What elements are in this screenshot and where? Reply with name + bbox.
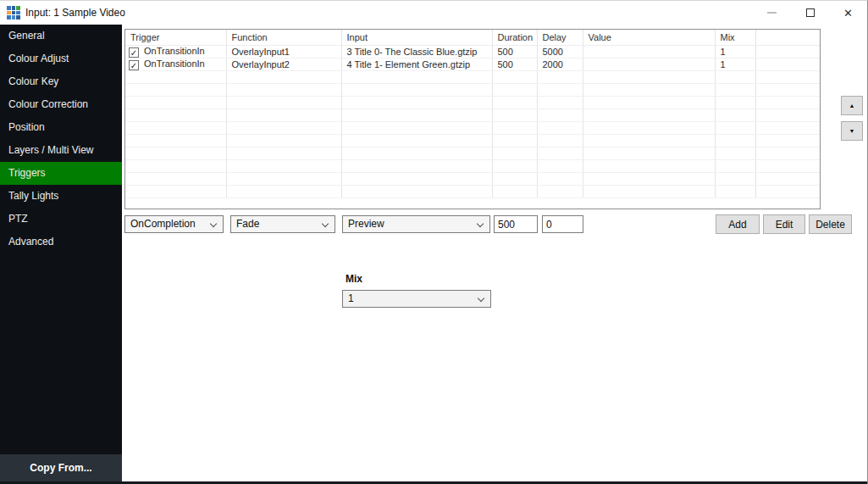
delete-button[interactable]: Delete xyxy=(809,214,852,234)
minimize-icon xyxy=(767,12,777,14)
move-up-button[interactable] xyxy=(841,96,863,115)
sidebar-item-advanced[interactable]: Advanced xyxy=(0,231,122,253)
column-header-value: Value xyxy=(583,30,715,45)
vmix-logo-icon xyxy=(7,6,20,19)
sidebar-item-colour-adjust[interactable]: Colour Adjust xyxy=(0,47,122,70)
cell-input: 3 Title 0- The Classic Blue.gtzip xyxy=(341,45,492,58)
cell-mix: 1 xyxy=(715,45,755,58)
table-row-empty xyxy=(125,147,820,159)
copy-from-button[interactable]: Copy From... xyxy=(0,454,122,481)
delay-input[interactable] xyxy=(542,215,583,233)
up-arrow-icon xyxy=(849,103,855,108)
column-header-input: Input xyxy=(341,30,492,45)
chevron-down-icon xyxy=(210,220,217,227)
cell-duration: 500 xyxy=(492,45,537,58)
trigger-type-dropdown[interactable]: OnCompletion xyxy=(124,215,224,233)
checkbox-checked-icon[interactable] xyxy=(129,60,139,70)
cell-blank xyxy=(755,58,820,70)
input-settings-window: Input: 1 Sample Video General Colour Adj… xyxy=(0,0,868,484)
trigger-type-dropdown-value: OnCompletion xyxy=(130,218,196,230)
cell-delay: 5000 xyxy=(537,45,583,58)
table-row-empty xyxy=(125,172,820,185)
mix-label: Mix xyxy=(346,273,362,285)
function-dropdown[interactable]: Fade xyxy=(230,215,335,233)
cell-function: OverlayInput2 xyxy=(226,58,341,70)
column-header-trigger: Trigger xyxy=(125,30,226,45)
column-header-blank xyxy=(755,30,820,45)
table-row-empty xyxy=(125,159,820,172)
column-header-function: Function xyxy=(226,30,341,45)
table-row[interactable]: OnTransitionIn OverlayInput2 4 Title 1- … xyxy=(125,58,820,70)
cell-function: OverlayInput1 xyxy=(226,45,341,58)
cell-mix: 1 xyxy=(715,58,755,70)
add-button[interactable]: Add xyxy=(716,214,760,234)
input-dropdown[interactable]: Preview xyxy=(342,215,490,233)
column-header-mix: Mix xyxy=(715,30,755,45)
cell-delay: 2000 xyxy=(537,58,583,70)
cell-blank xyxy=(755,45,820,58)
chevron-down-icon xyxy=(477,220,484,227)
duration-input[interactable] xyxy=(494,215,538,233)
table-row-empty xyxy=(125,134,820,147)
column-header-delay: Delay xyxy=(537,30,583,45)
trigger-value: OnTransitionIn xyxy=(144,58,205,69)
edit-button[interactable]: Edit xyxy=(763,214,805,234)
table-row-empty xyxy=(125,185,820,197)
mix-dropdown[interactable]: 1 xyxy=(342,290,491,308)
sidebar-item-ptz[interactable]: PTZ xyxy=(0,208,122,231)
minimize-button[interactable] xyxy=(753,1,791,25)
maximize-button[interactable] xyxy=(791,1,829,25)
table-row[interactable]: OnTransitionIn OverlayInput1 3 Title 0- … xyxy=(125,45,820,58)
mix-dropdown-value: 1 xyxy=(348,292,354,304)
sidebar-item-general[interactable]: General xyxy=(0,25,122,47)
close-icon xyxy=(843,5,853,20)
table-row-empty xyxy=(125,83,820,96)
cell-trigger: OnTransitionIn xyxy=(125,45,226,58)
trigger-value: OnTransitionIn xyxy=(144,46,205,56)
move-down-button[interactable] xyxy=(841,121,863,141)
triggers-table-body: OnTransitionIn OverlayInput1 3 Title 0- … xyxy=(125,45,820,197)
titlebar: Input: 1 Sample Video xyxy=(0,1,867,25)
function-dropdown-value: Fade xyxy=(236,218,259,230)
cell-input: 4 Title 1- Element Green.gtzip xyxy=(341,58,492,70)
checkbox-checked-icon[interactable] xyxy=(129,47,139,58)
close-button[interactable] xyxy=(829,1,867,25)
triggers-table: Trigger Function Input Duration Delay Va… xyxy=(124,29,821,209)
sidebar-item-position[interactable]: Position xyxy=(0,116,122,139)
sidebar: General Colour Adjust Colour Key Colour … xyxy=(0,25,122,482)
cell-duration: 500 xyxy=(492,58,537,70)
table-row-empty xyxy=(125,108,820,121)
column-header-duration: Duration xyxy=(492,30,537,45)
sidebar-item-colour-correction[interactable]: Colour Correction xyxy=(0,93,122,116)
maximize-icon xyxy=(806,8,815,17)
sidebar-item-layers-multi-view[interactable]: Layers / Multi View xyxy=(0,139,122,162)
chevron-down-icon xyxy=(322,220,329,227)
cell-value xyxy=(583,45,715,58)
down-arrow-icon xyxy=(849,128,855,134)
table-row-empty xyxy=(125,70,820,83)
sidebar-item-colour-key[interactable]: Colour Key xyxy=(0,70,122,93)
cell-value xyxy=(583,58,715,70)
sidebar-item-triggers[interactable]: Triggers xyxy=(0,162,122,185)
input-dropdown-value: Preview xyxy=(348,218,384,230)
table-row-empty xyxy=(125,121,820,134)
window-title: Input: 1 Sample Video xyxy=(25,7,125,19)
table-header-row: Trigger Function Input Duration Delay Va… xyxy=(125,30,820,45)
cell-trigger: OnTransitionIn xyxy=(125,58,226,70)
table-row-empty xyxy=(125,96,820,108)
chevron-down-icon xyxy=(478,295,484,302)
sidebar-item-tally-lights[interactable]: Tally Lights xyxy=(0,185,122,208)
